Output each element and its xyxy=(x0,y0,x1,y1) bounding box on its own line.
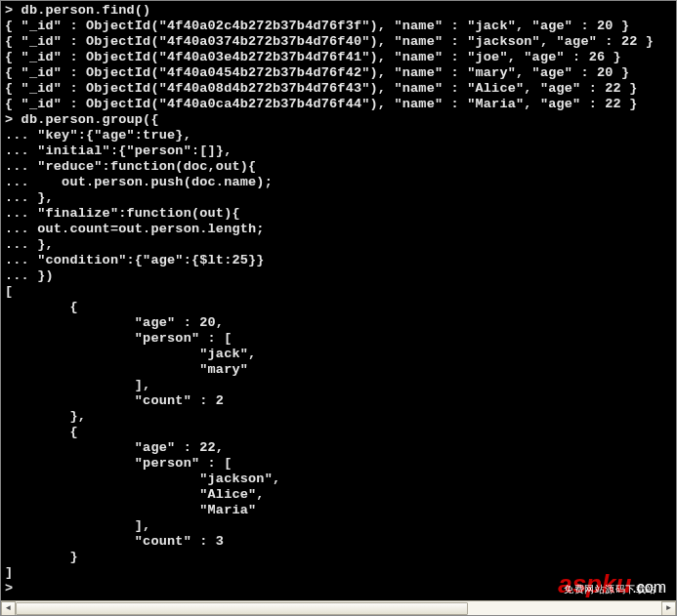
scroll-thumb[interactable] xyxy=(16,602,468,615)
horizontal-scrollbar[interactable]: ◄ ► xyxy=(1,600,676,615)
chevron-right-icon: ► xyxy=(666,600,671,616)
chevron-left-icon: ◄ xyxy=(6,600,11,616)
scroll-right-button[interactable]: ► xyxy=(661,601,676,616)
scroll-track[interactable] xyxy=(16,601,661,616)
scroll-left-button[interactable]: ◄ xyxy=(1,601,16,616)
terminal-output: > db.person.find() { "_id" : ObjectId("4… xyxy=(1,1,676,601)
terminal-content: > db.person.find() { "_id" : ObjectId("4… xyxy=(5,3,654,595)
